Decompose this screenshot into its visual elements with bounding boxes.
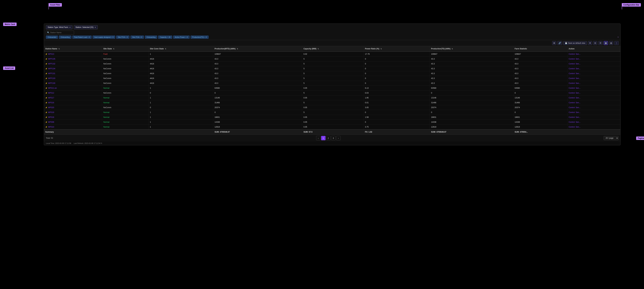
search-wrap: 🔍	[46, 31, 618, 35]
sen-link[interactable]: Sen...	[576, 102, 580, 104]
cell-capacity: 0.05	[302, 95, 364, 100]
sen-link[interactable]: Sen...	[576, 121, 580, 123]
config-download-icon[interactable]: ⬇	[588, 41, 592, 45]
sen-link[interactable]: Sen...	[576, 116, 580, 118]
station-name-link[interactable]: WF019	[48, 111, 54, 113]
control-link[interactable]: Control	[569, 121, 575, 123]
station-name-link[interactable]: WF013	[48, 53, 54, 55]
sen-link[interactable]: Sen...	[576, 111, 580, 113]
sen-link[interactable]: Sen...	[576, 106, 580, 109]
station-name-link[interactable]: WFF105	[48, 58, 55, 60]
filter-tag-site-poa2[interactable]: Site POA < 0	[130, 36, 144, 39]
station-name-link[interactable]: WF018	[48, 116, 54, 118]
control-link[interactable]: Control	[569, 126, 575, 128]
search-input[interactable]	[46, 31, 74, 35]
col-farm-stat[interactable]: Farm Statistic	[513, 46, 567, 52]
station-name-link[interactable]: WFF101	[48, 72, 55, 75]
sen-link[interactable]: Sen...	[576, 63, 580, 65]
col-production-mtd[interactable]: Production(MTD) (kWh) ⇅	[213, 46, 302, 52]
filter-tag-site-poa1[interactable]: Site POA < 0	[116, 36, 130, 39]
config-list-icon[interactable]: ☰	[598, 41, 603, 45]
filter-tag-active-power[interactable]: Active Power < 0	[173, 36, 190, 39]
refresh-icon[interactable]: ↻	[101, 142, 102, 144]
station-name-link[interactable]: WFF103	[48, 77, 55, 80]
control-link[interactable]: Control	[569, 63, 575, 65]
filter-expand-icon[interactable]: ›	[618, 36, 618, 39]
station-name-link[interactable]: WF016	[48, 102, 54, 104]
station-name-link[interactable]: WF011-en	[48, 87, 57, 89]
station-type-dropdown[interactable]: Station Type: Wind Farm ▼	[46, 25, 72, 29]
control-link[interactable]: Control	[569, 102, 575, 104]
cell-action: ControlSen...	[567, 66, 620, 71]
config-grid-icon[interactable]: ⊞	[552, 41, 556, 45]
station-name-link[interactable]: WF012	[48, 92, 54, 94]
station-dropdown[interactable]: Station: Selected (53) ▼	[74, 25, 98, 29]
config-link-icon[interactable]: 🔗	[557, 41, 562, 45]
col-capacity[interactable]: Capacity (MW) ⇅	[302, 46, 364, 52]
control-link[interactable]: Control	[569, 92, 575, 94]
filter-tag-heat-supply[interactable]: heat supply designed < 0	[92, 36, 115, 39]
site-state-value: Normal	[103, 97, 110, 99]
page-3-button[interactable]: 3	[331, 136, 336, 140]
station-name-link[interactable]: WF017	[48, 97, 54, 99]
station-name-link[interactable]: WFF104	[48, 68, 55, 70]
page-1-button[interactable]: 1	[321, 136, 326, 140]
page-2-button[interactable]: 2	[326, 136, 330, 140]
cell-farm-stat: 31466	[513, 100, 567, 105]
filter-tag-onboarding2[interactable]: Onboarding	[145, 36, 157, 39]
sen-link[interactable]: Sen...	[576, 58, 580, 60]
annotation-config-bar: Configuration Bar	[622, 3, 641, 7]
cell-station-name: ⚡WFF104	[44, 66, 102, 71]
filter-tag-production-td[interactable]: Production(TD) < 0	[190, 36, 208, 39]
filter-tag-onboarding[interactable]: Onboarding	[59, 36, 72, 39]
sen-link[interactable]: Sen...	[576, 92, 580, 94]
control-link[interactable]: Control	[569, 116, 575, 118]
col-site-state[interactable]: Site State ⇅	[102, 46, 148, 52]
cell-station-name: ⚡WF010	[44, 125, 102, 130]
station-name-link[interactable]: WFF100	[48, 82, 55, 84]
sen-link[interactable]: Sen...	[576, 87, 580, 89]
site-state-value: Normal	[103, 121, 110, 123]
sen-link[interactable]: Sen...	[576, 72, 580, 75]
summary-production-td: SUM: 4755549.07	[430, 129, 514, 134]
config-collapse-icon[interactable]: ⊟	[593, 41, 597, 45]
station-name-link[interactable]: WF008	[48, 121, 54, 123]
col-production-td[interactable]: Production(TD) (kWh) ⇅	[430, 46, 514, 52]
control-link[interactable]: Control	[569, 53, 575, 55]
col-site-conn-state[interactable]: Site Conn State ⇅	[148, 46, 213, 52]
control-link[interactable]: Control	[569, 87, 575, 89]
station-name-link[interactable]: WFF102	[48, 63, 55, 65]
control-link[interactable]: Control	[569, 106, 575, 109]
sen-link[interactable]: Sen...	[576, 97, 580, 99]
control-link[interactable]: Control	[569, 77, 575, 80]
station-name-link[interactable]: WF010	[48, 126, 54, 128]
config-table-icon[interactable]: ▦	[604, 41, 608, 45]
control-link[interactable]: Control	[569, 97, 575, 99]
prev-page-button[interactable]: ‹	[316, 136, 320, 140]
sen-link[interactable]: Sen...	[576, 53, 580, 55]
wind-turbine-icon: ⚡	[45, 63, 48, 65]
control-link[interactable]: Control	[569, 58, 575, 60]
col-station-name[interactable]: Station Name ⇅	[44, 46, 102, 52]
save-default-button[interactable]: 💾 Save as default view	[563, 41, 587, 45]
config-more-icon[interactable]: ⋮	[614, 41, 619, 45]
filter-tag-onboarded[interactable]: Onboarded	[46, 36, 58, 39]
station-name-link[interactable]: WF020	[48, 106, 54, 109]
col-power-ratio[interactable]: Power Ratio (%) ⇅	[364, 46, 430, 52]
cell-production-mtd: 13146	[213, 95, 302, 100]
control-link[interactable]: Control	[569, 72, 575, 75]
filter-tag-total-rated[interactable]: Total Rated Load < 0	[72, 36, 92, 39]
page-size-select[interactable]: 20 / page 50 / page 100 / page	[604, 136, 618, 140]
control-link[interactable]: Control	[569, 68, 575, 70]
config-card-icon[interactable]: ▤	[609, 41, 613, 45]
next-page-button[interactable]: ›	[336, 136, 340, 140]
filter-tag-capacity[interactable]: Capacity = 20	[158, 36, 172, 39]
cell-production-td: 13146	[430, 95, 514, 100]
control-link[interactable]: Control	[569, 82, 575, 84]
sen-link[interactable]: Sen...	[576, 126, 580, 128]
data-table: Station Name ⇅ Site State ⇅ Site Conn St…	[44, 46, 620, 134]
sen-link[interactable]: Sen...	[576, 82, 580, 84]
sen-link[interactable]: Sen...	[576, 77, 580, 80]
control-link[interactable]: Control	[569, 111, 575, 113]
sen-link[interactable]: Sen...	[576, 68, 580, 70]
